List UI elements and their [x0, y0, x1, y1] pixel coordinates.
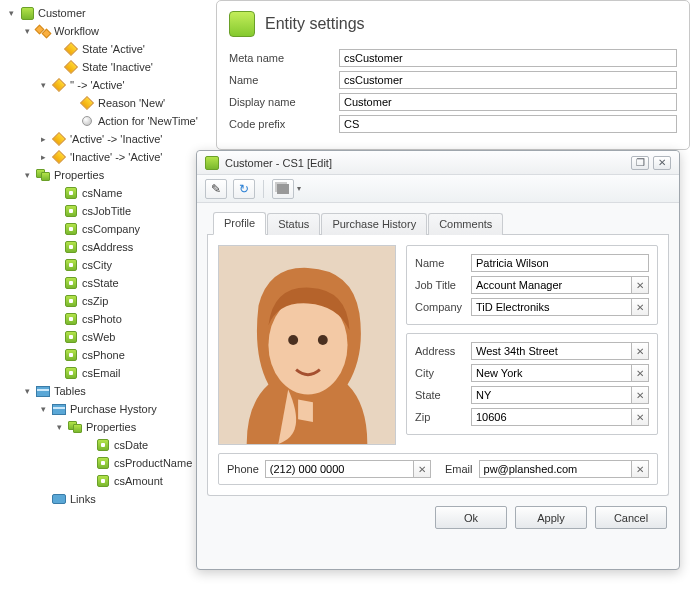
tab-status[interactable]: Status: [267, 213, 320, 235]
tree-node-property[interactable]: ·csZip: [2, 292, 208, 310]
label: Phone: [227, 463, 259, 475]
tree-node-tables[interactable]: ▾Tables: [2, 382, 208, 400]
tab-purchase-history[interactable]: Purchase History: [321, 213, 427, 235]
collapse-icon[interactable]: ▾: [38, 80, 49, 91]
clear-button[interactable]: ✕: [413, 460, 431, 478]
property-icon: [97, 439, 109, 451]
zip-field[interactable]: [471, 408, 631, 426]
tree-node-table[interactable]: ▾Purchase Hystory: [2, 400, 208, 418]
jobtitle-field[interactable]: [471, 276, 631, 294]
address-field[interactable]: [471, 342, 631, 360]
email-field[interactable]: [479, 460, 631, 478]
entity-settings-panel: Entity settings Meta name Name Display n…: [216, 0, 690, 150]
entity-tree[interactable]: ▾Customer ▾Workflow ·State 'Active' ·Sta…: [0, 0, 210, 592]
name-field[interactable]: [339, 71, 677, 89]
tree-node-property[interactable]: ·csEmail: [2, 364, 208, 382]
tree-node-links[interactable]: ·Links: [2, 490, 208, 508]
clear-button[interactable]: ✕: [631, 460, 649, 478]
tree-node-workflow[interactable]: ▾Workflow: [2, 22, 208, 40]
clear-button[interactable]: ✕: [631, 276, 649, 294]
tree-node-property[interactable]: ·csWeb: [2, 328, 208, 346]
property-icon: [65, 223, 77, 235]
tree-node-state[interactable]: ·State 'Active': [2, 40, 208, 58]
clear-button[interactable]: ✕: [631, 364, 649, 382]
property-icon: [65, 367, 77, 379]
refresh-button[interactable]: ↻: [233, 179, 255, 199]
customer-photo[interactable]: [218, 245, 396, 445]
display-name-field[interactable]: [339, 93, 677, 111]
name-field[interactable]: [471, 254, 649, 272]
expand-icon[interactable]: ▸: [38, 134, 49, 145]
tree-node-properties[interactable]: ▾Properties: [2, 418, 208, 436]
wizard-button[interactable]: ✎: [205, 179, 227, 199]
tree-label: Reason 'New': [98, 97, 165, 109]
tree-node-property[interactable]: ·csCompany: [2, 220, 208, 238]
tree-node-transition[interactable]: ▸'Inactive' -> 'Active': [2, 148, 208, 166]
collapse-icon[interactable]: ▾: [22, 170, 33, 181]
tree-node-transition[interactable]: ▾'' -> 'Active': [2, 76, 208, 94]
entity-icon: [229, 11, 255, 37]
city-field[interactable]: [471, 364, 631, 382]
clear-button[interactable]: ✕: [631, 298, 649, 316]
tree-node-property[interactable]: ·csProductName: [2, 454, 208, 472]
tree-label: csAddress: [82, 241, 133, 253]
apply-button[interactable]: Apply: [515, 506, 587, 529]
meta-name-field[interactable]: [339, 49, 677, 67]
property-icon: [65, 313, 77, 325]
clear-button[interactable]: ✕: [631, 408, 649, 426]
expand-icon[interactable]: ▸: [38, 152, 49, 163]
property-icon: [65, 277, 77, 289]
maximize-button[interactable]: ❐: [631, 156, 649, 170]
tree-node-property[interactable]: ·csAddress: [2, 238, 208, 256]
dropdown-icon[interactable]: ▾: [297, 184, 305, 193]
close-button[interactable]: ✕: [653, 156, 671, 170]
address-group: Address✕ City✕ State✕ Zip✕: [406, 333, 658, 435]
tree-node-customer[interactable]: ▾Customer: [2, 4, 208, 22]
tree-label: csCity: [82, 259, 112, 271]
tab-profile[interactable]: Profile: [213, 212, 266, 235]
tree-label: csState: [82, 277, 119, 289]
tree-node-property[interactable]: ·csPhone: [2, 346, 208, 364]
tab-comments[interactable]: Comments: [428, 213, 503, 235]
ok-button[interactable]: Ok: [435, 506, 507, 529]
tree-node-property[interactable]: ·csJobTitle: [2, 202, 208, 220]
collapse-icon[interactable]: ▾: [38, 404, 49, 415]
label: Name: [415, 257, 471, 269]
tree-node-transition[interactable]: ▸'Active' -> 'Inactive': [2, 130, 208, 148]
clear-button[interactable]: ✕: [631, 342, 649, 360]
tree-node-property[interactable]: ·csAmount: [2, 472, 208, 490]
tree-node-reason[interactable]: ·Reason 'New': [2, 94, 208, 112]
collapse-icon[interactable]: ▾: [54, 422, 65, 433]
dialog-titlebar[interactable]: Customer - CS1 [Edit] ❐ ✕: [197, 151, 679, 175]
tree-node-property[interactable]: ·csPhoto: [2, 310, 208, 328]
collapse-icon[interactable]: ▾: [6, 8, 17, 19]
collapse-icon[interactable]: ▾: [22, 386, 33, 397]
state-field[interactable]: [471, 386, 631, 404]
svg-point-3: [318, 335, 328, 345]
profile-tab-content: Name Job Title✕ Company✕ Address✕ City✕ …: [207, 235, 669, 496]
tree-label: csPhoto: [82, 313, 122, 325]
tree-node-action[interactable]: ·Action for 'NewTime': [2, 112, 208, 130]
tree-node-property[interactable]: ·csName: [2, 184, 208, 202]
company-field[interactable]: [471, 298, 631, 316]
tree-node-property[interactable]: ·csCity: [2, 256, 208, 274]
tree-label: '' -> 'Active': [70, 79, 125, 91]
cancel-button[interactable]: Cancel: [595, 506, 667, 529]
code-prefix-field[interactable]: [339, 115, 677, 133]
collapse-icon[interactable]: ▾: [22, 26, 33, 37]
tree-node-state[interactable]: ·State 'Inactive': [2, 58, 208, 76]
tree-node-properties[interactable]: ▾Properties: [2, 166, 208, 184]
state-icon: [64, 42, 78, 56]
property-icon: [65, 331, 77, 343]
property-icon: [65, 241, 77, 253]
phone-field[interactable]: [265, 460, 413, 478]
dialog-toolbar: ✎ ↻ ▾: [197, 175, 679, 203]
clear-button[interactable]: ✕: [631, 386, 649, 404]
contact-group: Phone✕ Email✕: [218, 453, 658, 485]
layers-button[interactable]: [272, 179, 294, 199]
tree-node-property[interactable]: ·csDate: [2, 436, 208, 454]
tree-node-property[interactable]: ·csState: [2, 274, 208, 292]
tree-label: csCompany: [82, 223, 140, 235]
refresh-icon: ↻: [239, 182, 249, 196]
tree-label: Purchase Hystory: [70, 403, 157, 415]
